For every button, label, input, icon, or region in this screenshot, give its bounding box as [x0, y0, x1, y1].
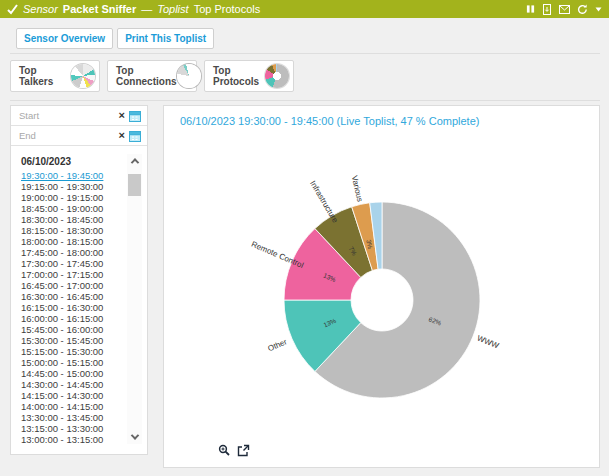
divider [10, 100, 600, 101]
time-range-item[interactable]: 17:45:00 - 18:00:00 [21, 247, 123, 258]
time-range-item[interactable]: 14:30:00 - 14:45:00 [21, 379, 123, 390]
card-label: Top Protocols [213, 65, 265, 87]
page-title: Top Protocols [194, 3, 261, 15]
time-range-item[interactable]: 16:30:00 - 16:45:00 [21, 291, 123, 302]
scroll-down-arrow[interactable] [127, 430, 142, 444]
zoom-icon[interactable] [218, 444, 231, 457]
time-range-item[interactable]: 14:45:00 - 15:00:00 [21, 368, 123, 379]
card-label: Top Connections [116, 65, 177, 87]
time-range-item[interactable]: 16:15:00 - 16:30:00 [21, 302, 123, 313]
time-range-item[interactable]: 15:00:00 - 15:15:00 [21, 357, 123, 368]
time-range-item[interactable]: 15:15:00 - 15:30:00 [21, 346, 123, 357]
clear-icon[interactable]: × [119, 110, 125, 121]
pause-icon[interactable] [526, 4, 535, 14]
open-external-icon[interactable] [237, 444, 250, 457]
timerange-list-area: 06/10/2023 19:30:00 - 19:45:00 19:15:00 … [11, 152, 147, 454]
time-range-item[interactable]: 14:15:00 - 14:30:00 [21, 390, 123, 401]
dropdown-caret-icon[interactable] [595, 7, 602, 12]
start-date-field: × [11, 106, 147, 126]
time-range-item[interactable]: 14:00:00 - 14:15:00 [21, 401, 123, 412]
time-range-item[interactable]: 13:30:00 - 13:45:00 [21, 412, 123, 423]
segment-category-label: Other [266, 337, 288, 353]
calendar-icon[interactable] [129, 110, 141, 122]
time-range-item[interactable]: 19:30:00 - 19:45:00 [21, 170, 123, 181]
clear-icon[interactable]: × [119, 130, 125, 141]
pie-chart-icon [265, 64, 289, 88]
segment-category-label: WWW [476, 334, 501, 351]
start-date-input[interactable] [19, 110, 115, 121]
sensor-kind-label: Sensor [23, 3, 58, 15]
card-top-protocols[interactable]: Top Protocols [204, 60, 294, 92]
scrollbar[interactable] [127, 154, 142, 444]
time-range-item[interactable]: 18:45:00 - 19:00:00 [21, 203, 123, 214]
sensor-overview-button[interactable]: Sensor Overview [16, 28, 113, 49]
card-top-talkers[interactable]: Top Talkers [10, 60, 100, 92]
time-range-item[interactable]: 16:00:00 - 16:15:00 [21, 313, 123, 324]
section-label: Toplist [157, 3, 188, 15]
toplist-cards: Top Talkers Top Connections Top Protocol… [10, 60, 294, 92]
time-range-item[interactable]: 13:15:00 - 13:30:00 [21, 423, 123, 434]
chart-action-icons [218, 444, 250, 457]
time-range-item[interactable]: 17:00:00 - 17:15:00 [21, 269, 123, 280]
sensor-name[interactable]: Packet Sniffer [63, 3, 136, 15]
time-range-item[interactable]: 19:00:00 - 19:15:00 [21, 192, 123, 203]
timerange-list: 19:30:00 - 19:45:00 19:15:00 - 19:30:00 … [11, 170, 123, 445]
check-icon [7, 4, 18, 15]
segment-category-label: Various [350, 175, 365, 203]
pie-chart-icon [71, 64, 95, 88]
separator-dash: — [141, 3, 152, 15]
card-label: Top Talkers [19, 65, 71, 87]
card-top-connections[interactable]: Top Connections [107, 60, 197, 92]
end-date-field: × [11, 126, 147, 146]
segment-category-label: Infrastructure [308, 179, 340, 225]
scroll-up-arrow[interactable] [127, 154, 142, 168]
time-range-item[interactable]: 15:30:00 - 15:45:00 [21, 335, 123, 346]
timerange-panel: × × 06/10/2023 19:30:00 - 19:45:00 19:15… [10, 105, 148, 455]
time-range-item[interactable]: 18:15:00 - 18:30:00 [21, 225, 123, 236]
time-range-item[interactable]: 13:00:00 - 13:15:00 [21, 434, 123, 445]
calendar-icon[interactable] [129, 130, 141, 142]
time-range-item[interactable]: 15:45:00 - 16:00:00 [21, 324, 123, 335]
protocols-donut-chart: 62%WWW13%Other13%Remote Control7%Infrast… [164, 128, 599, 458]
time-range-item[interactable]: 17:30:00 - 17:45:00 [21, 258, 123, 269]
refresh-icon[interactable] [577, 4, 588, 15]
toolbar: Sensor Overview Print This Toplist [16, 28, 214, 49]
email-icon[interactable] [559, 5, 570, 14]
divider [10, 53, 600, 54]
time-range-item[interactable]: 18:00:00 - 18:15:00 [21, 236, 123, 247]
time-range-item[interactable]: 18:30:00 - 18:45:00 [21, 214, 123, 225]
end-date-input[interactable] [19, 130, 115, 141]
time-range-item[interactable]: 16:45:00 - 17:00:00 [21, 280, 123, 291]
header-icon-group [526, 4, 602, 15]
report-icon[interactable] [542, 4, 552, 15]
chart-title: 06/10/2023 19:30:00 - 19:45:00 (Live Top… [180, 115, 479, 127]
pie-chart-icon [177, 64, 201, 88]
toplist-chart-panel: 06/10/2023 19:30:00 - 19:45:00 (Live Top… [163, 105, 600, 468]
scroll-thumb[interactable] [128, 174, 141, 196]
time-range-item[interactable]: 19:15:00 - 19:30:00 [21, 181, 123, 192]
prtg-toplist-screen: Sensor Packet Sniffer — Toplist Top Prot… [0, 0, 609, 476]
page-header: Sensor Packet Sniffer — Toplist Top Prot… [0, 0, 609, 18]
print-toplist-button[interactable]: Print This Toplist [117, 28, 214, 49]
